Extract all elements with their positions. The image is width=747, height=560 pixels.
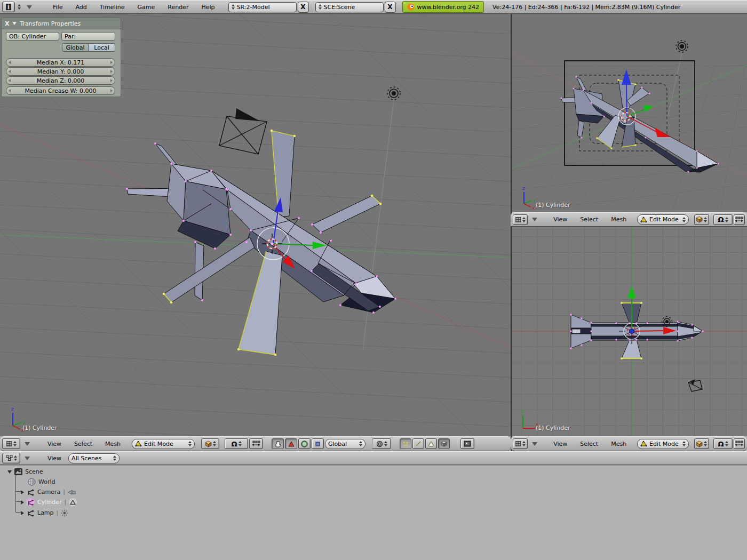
expand-arrow-icon[interactable] bbox=[21, 500, 24, 505]
panel-collapse-icon[interactable] bbox=[12, 22, 17, 25]
viewport-object-label: (1) Cylinder bbox=[22, 425, 57, 431]
editor-type-button[interactable] bbox=[2, 438, 20, 449]
transform-properties-panel[interactable]: X Transform Properties OB: Cylinder Par:… bbox=[1, 18, 121, 97]
draw-mode-button[interactable] bbox=[694, 438, 709, 449]
mode-dropdown[interactable]: Edit Mode bbox=[637, 214, 689, 225]
outliner-row-scene[interactable]: Scene bbox=[7, 467, 43, 477]
outliner-row-camera[interactable]: Camera | bbox=[21, 487, 76, 497]
axis-indicator: z y x bbox=[522, 186, 536, 211]
mesh-cylinder-object[interactable] bbox=[126, 130, 396, 356]
menu-view[interactable]: View bbox=[42, 441, 67, 447]
viewport-object-label: (1) Cylinder bbox=[536, 425, 570, 431]
expand-arrow-icon[interactable] bbox=[21, 490, 24, 494]
edge-select-button[interactable] bbox=[412, 438, 424, 449]
separator: | bbox=[65, 499, 67, 506]
blender-org-label: www.blender.org 242 bbox=[417, 4, 480, 11]
orientation-dropdown[interactable]: Global bbox=[325, 439, 365, 449]
header-collapse-icon[interactable] bbox=[25, 457, 30, 460]
menu-mesh[interactable]: Mesh bbox=[99, 441, 126, 447]
median-y-slider[interactable]: Median Y: 0.000 bbox=[6, 67, 115, 76]
menu-view[interactable]: View bbox=[42, 455, 67, 462]
editor-stepper[interactable] bbox=[16, 4, 22, 10]
screen-stepper[interactable] bbox=[232, 4, 235, 10]
outliner-row-lamp[interactable]: Lamp | bbox=[21, 508, 68, 518]
menu-collapse-icon[interactable] bbox=[27, 5, 32, 9]
3d-viewport-front[interactable]: y x (1) Cylinder bbox=[512, 227, 747, 436]
expand-arrow-icon[interactable] bbox=[7, 470, 12, 474]
median-x-slider[interactable]: Median X: 0.171 bbox=[6, 58, 115, 67]
mode-label: Edit Mode bbox=[649, 216, 679, 223]
local-toggle[interactable]: Local bbox=[89, 43, 115, 52]
occlude-geometry-button[interactable] bbox=[438, 438, 450, 449]
median-z-slider[interactable]: Median Z: 0.000 bbox=[6, 76, 115, 85]
face-select-button[interactable] bbox=[425, 438, 437, 449]
menu-select[interactable]: Select bbox=[574, 216, 604, 223]
menu-timeline[interactable]: Timeline bbox=[94, 4, 131, 11]
editor-type-button[interactable] bbox=[513, 438, 528, 449]
header-collapse-icon[interactable] bbox=[532, 442, 537, 446]
rotate-manipulator-button[interactable] bbox=[298, 438, 311, 449]
scene-close-button[interactable]: X bbox=[385, 2, 396, 13]
editmode-icon bbox=[135, 441, 142, 447]
parent-field[interactable]: Par: bbox=[61, 32, 115, 41]
3d-viewport-camera-canvas[interactable]: z y x bbox=[512, 14, 747, 212]
pivot-point-button[interactable] bbox=[372, 438, 391, 449]
render-preview-button[interactable] bbox=[460, 438, 474, 449]
header-collapse-icon[interactable] bbox=[25, 442, 30, 446]
scene-stepper[interactable] bbox=[319, 4, 322, 10]
mode-dropdown[interactable]: Edit Mode bbox=[637, 439, 689, 449]
menu-mesh[interactable]: Mesh bbox=[605, 441, 632, 447]
editor-type-button[interactable] bbox=[2, 453, 20, 463]
proportional-edit-button[interactable]: Ω bbox=[225, 438, 248, 449]
3d-viewport-camera[interactable]: z y x (1) Cylinder bbox=[512, 14, 747, 212]
proportional-edit-button[interactable]: Ω bbox=[713, 438, 733, 449]
menu-select[interactable]: Select bbox=[68, 441, 98, 447]
outliner-row-cylinder[interactable]: Cylinder | bbox=[21, 497, 77, 507]
snap-target-button[interactable] bbox=[734, 214, 745, 225]
manipulator-toggle-button[interactable] bbox=[272, 438, 284, 449]
mesh-cylinder-object[interactable] bbox=[560, 76, 719, 172]
draw-mode-button[interactable] bbox=[201, 438, 219, 449]
menu-render[interactable]: Render bbox=[162, 4, 194, 11]
menu-view[interactable]: View bbox=[547, 216, 573, 223]
global-toggle[interactable]: Global bbox=[62, 43, 89, 52]
panel-close-icon[interactable]: X bbox=[5, 20, 9, 27]
menu-help[interactable]: Help bbox=[195, 4, 220, 11]
menu-add[interactable]: Add bbox=[69, 4, 92, 11]
screen-selector[interactable]: SR:2-Model bbox=[228, 2, 297, 12]
menu-select[interactable]: Select bbox=[574, 441, 604, 447]
header-collapse-icon[interactable] bbox=[532, 218, 537, 221]
snap-target-button[interactable] bbox=[249, 438, 263, 449]
viewport-header-main: View Select Mesh Edit Mode Ω Global bbox=[0, 436, 511, 451]
draw-mode-button[interactable] bbox=[694, 214, 709, 225]
snap-target-button[interactable] bbox=[734, 438, 745, 449]
outliner-row-world[interactable]: World bbox=[28, 477, 55, 487]
scale-manipulator-button[interactable] bbox=[312, 438, 324, 449]
scenes-filter-dropdown[interactable]: All Scenes bbox=[68, 453, 120, 463]
median-crease-slider[interactable]: Median Crease W: 0.000 bbox=[6, 86, 115, 95]
menu-file[interactable]: File bbox=[47, 4, 68, 11]
mode-dropdown[interactable]: Edit Mode bbox=[132, 439, 195, 449]
camera-object[interactable] bbox=[688, 379, 702, 391]
info-editor-button[interactable]: i bbox=[2, 2, 15, 12]
svg-text:y: y bbox=[521, 409, 525, 414]
object-name-field[interactable]: OB: Cylinder bbox=[6, 32, 59, 41]
translate-manipulator-button[interactable] bbox=[285, 438, 297, 449]
occlude-icon bbox=[441, 441, 447, 447]
transform-panel-header[interactable]: X Transform Properties bbox=[2, 18, 121, 29]
3d-viewport-front-canvas[interactable]: y x bbox=[512, 227, 747, 436]
menu-mesh[interactable]: Mesh bbox=[605, 216, 632, 223]
scene-icon bbox=[14, 468, 22, 475]
vertex-select-button[interactable] bbox=[400, 438, 411, 449]
menu-view[interactable]: View bbox=[547, 441, 573, 447]
camera-object[interactable] bbox=[219, 108, 267, 154]
lamp-object[interactable] bbox=[662, 317, 672, 327]
expand-arrow-icon[interactable] bbox=[21, 511, 24, 515]
blender-org-button[interactable]: www.blender.org 242 bbox=[402, 1, 484, 13]
screen-close-button[interactable]: X bbox=[298, 2, 309, 13]
outliner-panel[interactable]: Scene World Camera | Cylinder | Lamp | bbox=[0, 465, 747, 560]
editor-type-button[interactable] bbox=[513, 214, 528, 225]
proportional-edit-button[interactable]: Ω bbox=[713, 214, 733, 225]
scene-selector[interactable]: SCE:Scene bbox=[315, 2, 384, 12]
menu-game[interactable]: Game bbox=[132, 4, 161, 11]
